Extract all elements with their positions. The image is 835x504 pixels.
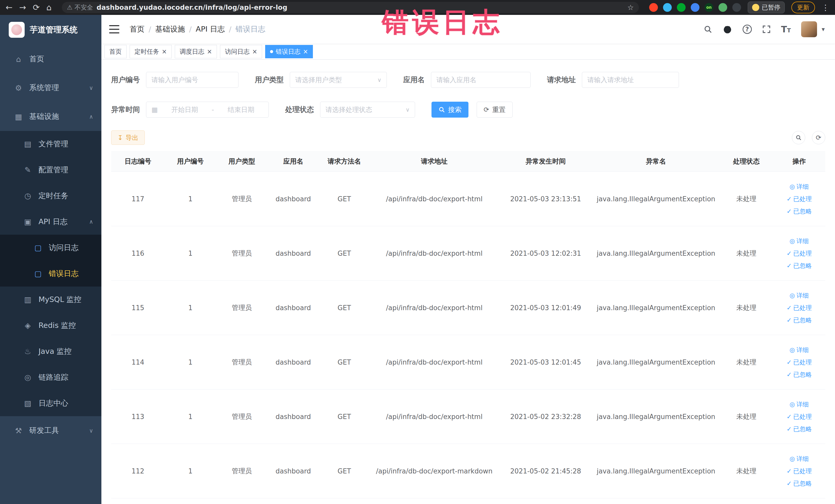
ignored-link[interactable]: ✓ 已忽略 — [787, 425, 812, 433]
ext-sprout-icon[interactable] — [718, 3, 727, 12]
view-tab[interactable]: 访问日志 × — [220, 45, 262, 58]
detail-link[interactable]: ◎ 详细 — [790, 346, 809, 354]
sidebar-item[interactable]: ▦ 基础设施 ∧ — [0, 102, 101, 131]
view-tab[interactable]: 调度日志 × — [175, 45, 217, 58]
breadcrumb-separator: / — [189, 25, 192, 34]
not-secure-badge[interactable]: ⚠ 不安全 — [67, 3, 93, 12]
sidebar-item[interactable]: ▧ 日志中心 — [0, 390, 101, 416]
logo-row[interactable]: 芋道管理系统 — [0, 15, 101, 45]
refresh-table-button[interactable]: ⟳ — [812, 131, 825, 144]
sidebar-item[interactable]: ◎ 链路追踪 — [0, 364, 101, 390]
user-id-input[interactable] — [146, 72, 239, 88]
bookmark-star-icon[interactable]: ☆ — [627, 3, 634, 12]
ignored-link[interactable]: ✓ 已忽略 — [787, 479, 812, 488]
forward-icon[interactable]: → — [19, 3, 26, 12]
help-icon[interactable]: ? — [742, 25, 752, 34]
browser-menu-icon[interactable]: ⋮ — [822, 3, 829, 12]
cell-log-id: 112 — [111, 467, 165, 475]
detail-link[interactable]: ◎ 详细 — [790, 400, 809, 408]
ignored-link[interactable]: ✓ 已忽略 — [787, 207, 812, 216]
process-status-label: 处理状态 — [285, 105, 314, 115]
request-url-input[interactable] — [582, 72, 679, 88]
sidebar-item[interactable]: ▤ 文件管理 — [0, 131, 101, 157]
error-log-table: 日志编号 用户编号 用户类型 应用名 请求方法名 请求地址 异常发生时间 — [111, 151, 825, 498]
hamburger-icon[interactable] — [109, 25, 119, 33]
sidebar-item[interactable]: ▣ API 日志 ∧ — [0, 209, 101, 235]
column-header: 应用名 — [267, 151, 319, 172]
view-tab[interactable]: 错误日志 × — [265, 45, 313, 58]
toggle-search-button[interactable] — [792, 131, 805, 144]
detail-link[interactable]: ◎ 详细 — [790, 237, 809, 245]
ext-drop-icon[interactable] — [663, 3, 672, 12]
request-url-label: 请求地址 — [547, 75, 576, 85]
fullscreen-icon[interactable] — [762, 25, 771, 34]
detail-link[interactable]: ◎ 详细 — [790, 455, 809, 463]
chevron-icon: ∨ — [89, 427, 93, 434]
browser-update-button[interactable]: 更新 — [791, 2, 815, 13]
breadcrumb-item[interactable]: 首页 — [130, 24, 144, 35]
ext-paw-icon[interactable] — [732, 3, 741, 12]
log-center-icon: ▧ — [23, 399, 33, 408]
tab-close-icon[interactable]: × — [162, 48, 167, 55]
github-icon[interactable] — [722, 24, 732, 34]
sidebar-item[interactable]: ▥ MySQL 监控 — [0, 286, 101, 313]
address-bar[interactable]: ⚠ 不安全 dashboard.yudao.iocoder.cn/infra/l… — [62, 2, 639, 13]
paused-extension-button[interactable]: 已暂停 — [748, 2, 785, 13]
download-icon: ↧ — [118, 134, 123, 141]
ignored-link[interactable]: ✓ 已忽略 — [787, 316, 812, 324]
processed-link[interactable]: ✓ 已处理 — [787, 358, 812, 366]
breadcrumb-item[interactable]: 错误日志 — [236, 24, 265, 35]
process-status-select[interactable]: 请选择处理状态 ∨ — [320, 102, 415, 118]
ignored-link[interactable]: ✓ 已忽略 — [787, 262, 812, 270]
export-button[interactable]: ↧ 导出 — [111, 130, 145, 145]
tab-close-icon[interactable]: × — [303, 48, 308, 55]
caret-down-icon[interactable]: ▾ — [822, 26, 825, 33]
font-size-icon[interactable]: TT — [781, 24, 791, 35]
avatar[interactable] — [801, 21, 817, 37]
cell-user-type: 管理员 — [216, 249, 267, 258]
detail-link[interactable]: ◎ 详细 — [790, 291, 809, 300]
view-tab[interactable]: 定时任务 × — [130, 45, 172, 58]
sidebar-item[interactable]: ⚙ 系统管理 ∨ — [0, 74, 101, 102]
cell-exception-name: java.lang.IllegalArgumentException — [592, 358, 719, 366]
sidebar-item[interactable]: ◷ 定时任务 — [0, 183, 101, 209]
browser-home-icon[interactable]: ⌂ — [46, 3, 51, 12]
processed-link[interactable]: ✓ 已处理 — [787, 467, 812, 475]
breadcrumb-item[interactable]: 基础设施 — [155, 24, 185, 35]
processed-link[interactable]: ✓ 已处理 — [787, 249, 812, 258]
ext-adblock-icon[interactable] — [649, 3, 658, 12]
processed-link[interactable]: ✓ 已处理 — [787, 412, 812, 421]
detail-link[interactable]: ◎ 详细 — [790, 183, 809, 191]
tab-close-icon[interactable]: × — [207, 48, 212, 55]
url-text[interactable]: dashboard.yudao.iocoder.cn/infra/log/api… — [97, 4, 624, 11]
reload-icon[interactable]: ⟳ — [33, 3, 40, 12]
user-type-select[interactable]: 请选择用户类型 ∨ — [290, 72, 387, 88]
sidebar-item[interactable]: ♨ Java 监控 — [0, 338, 101, 364]
ignored-link[interactable]: ✓ 已忽略 — [787, 370, 812, 379]
sidebar-item[interactable]: ◈ Redis 监控 — [0, 313, 101, 338]
processed-link[interactable]: ✓ 已处理 — [787, 195, 812, 203]
reset-button[interactable]: ⟳ 重置 — [477, 102, 513, 118]
sidebar-item[interactable]: ⚒ 研发工具 ∨ — [0, 416, 101, 445]
search-button[interactable]: 搜索 — [431, 102, 468, 118]
processed-link[interactable]: ✓ 已处理 — [787, 304, 812, 312]
breadcrumb-separator: / — [229, 25, 231, 34]
app-name-input[interactable] — [431, 72, 531, 88]
view-tab[interactable]: 首页 — [104, 45, 126, 58]
ext-grid-icon[interactable] — [691, 3, 699, 12]
tab-close-icon[interactable]: × — [252, 48, 257, 55]
check-icon: ✓ — [787, 304, 792, 311]
app-title: 芋道管理系统 — [30, 24, 78, 35]
sidebar-item[interactable]: ▢ 错误日志 — [0, 261, 101, 286]
breadcrumb-item[interactable]: API 日志 — [196, 24, 225, 35]
sidebar-item[interactable]: ⌂ 首页 — [0, 45, 101, 74]
sidebar-item[interactable]: ▢ 访问日志 — [0, 235, 101, 261]
cell-method: GET — [319, 467, 370, 475]
check-icon: ✓ — [787, 371, 792, 378]
date-range-picker[interactable]: ▦ 开始日期 - 结束日期 — [146, 102, 269, 118]
ext-evernote-icon[interactable] — [677, 3, 686, 12]
back-icon[interactable]: ← — [6, 3, 13, 12]
search-icon[interactable] — [704, 25, 712, 34]
sidebar-item[interactable]: ✎ 配置管理 — [0, 157, 101, 183]
ext-on-badge-icon[interactable]: on — [705, 3, 713, 12]
